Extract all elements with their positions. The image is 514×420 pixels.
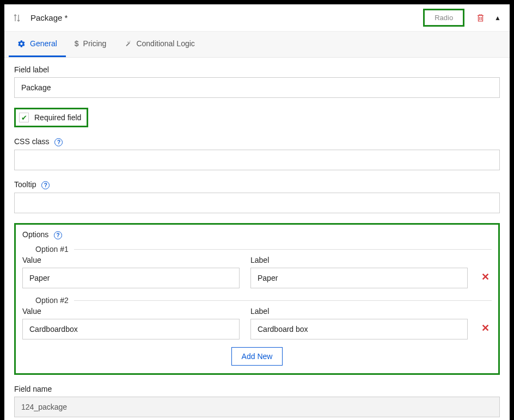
tabs: General $ Pricing Conditional Logic [4, 32, 510, 58]
css-class-caption: CSS class ? [14, 137, 500, 146]
option1-label-input[interactable] [250, 268, 468, 288]
option1-value-caption: Value [22, 256, 240, 264]
tab-pricing[interactable]: $ Pricing [66, 32, 115, 57]
required-label: Required field [34, 113, 81, 122]
delete-icon[interactable] [476, 14, 485, 22]
drag-handle-icon[interactable] [13, 14, 21, 22]
field-title: Package * [30, 13, 423, 22]
help-icon[interactable]: ? [41, 181, 50, 189]
tooltip-caption-text: Tooltip [14, 180, 36, 189]
tab-conditional[interactable]: Conditional Logic [115, 32, 203, 57]
help-icon[interactable]: ? [54, 138, 63, 146]
field-label-input[interactable] [14, 77, 500, 98]
help-icon[interactable]: ? [54, 231, 62, 239]
tab-general[interactable]: General [9, 32, 66, 57]
tab-pricing-label: Pricing [83, 39, 107, 48]
option2-label-caption: Label [250, 307, 468, 316]
css-class-caption-text: CSS class [14, 137, 50, 146]
field-type-badge: Radio [423, 9, 464, 27]
tooltip-caption: Tooltip ? [14, 180, 500, 189]
tab-general-label: General [30, 39, 57, 48]
options-section: Options ? Option #1 Value Label ✕ [14, 223, 500, 375]
css-class-input[interactable] [14, 150, 500, 170]
gear-icon [17, 40, 26, 48]
dollar-icon: $ [75, 39, 79, 48]
tab-conditional-label: Conditional Logic [136, 39, 194, 48]
required-checkbox[interactable]: ✔ [19, 113, 29, 122]
wand-icon [124, 40, 132, 48]
option2-legend: Option #2 [22, 296, 74, 305]
option2-value-input[interactable] [22, 319, 240, 339]
remove-option-icon[interactable]: ✕ [481, 271, 489, 283]
option2-label-input[interactable] [250, 319, 468, 339]
field-name-input[interactable] [14, 397, 500, 417]
option1-value-input[interactable] [22, 268, 240, 288]
add-new-button[interactable]: Add New [231, 347, 283, 366]
options-caption: Options [22, 230, 48, 239]
remove-option-icon[interactable]: ✕ [481, 322, 489, 334]
tooltip-input[interactable] [14, 193, 500, 213]
collapse-icon[interactable]: ▲ [494, 14, 501, 22]
option1-legend: Option #1 [22, 245, 74, 254]
option2-value-caption: Value [22, 307, 240, 316]
field-name-caption: Field name [14, 385, 500, 393]
field-label-caption: Field label [14, 65, 500, 74]
option1-label-caption: Label [250, 256, 468, 264]
